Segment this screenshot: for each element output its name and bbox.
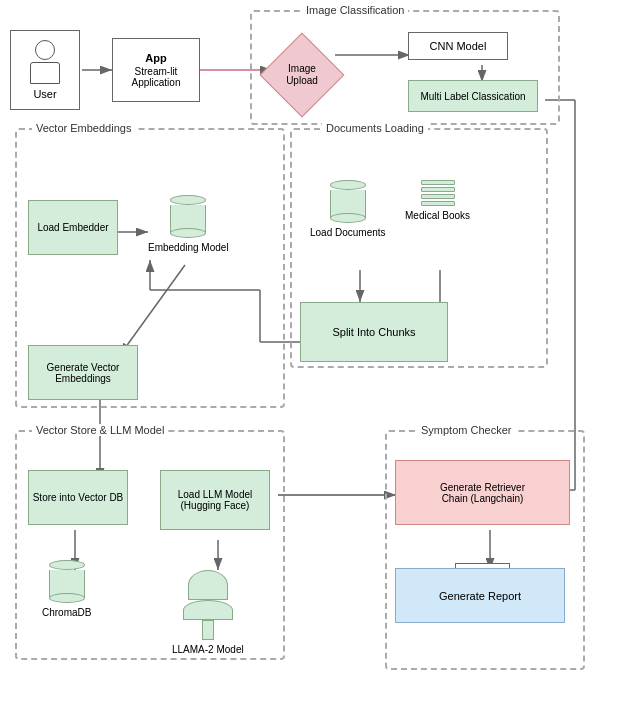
llama2-label: LLAMA-2 Model [172, 644, 244, 655]
user-box: User [10, 30, 80, 110]
load-embedder-box: Load Embedder [28, 200, 118, 255]
generate-retriever-box: Generate Retriever Chain (Langchain) [395, 460, 570, 525]
generate-vector-label: Generate Vector Embeddings [29, 362, 137, 384]
documents-loading-label: Documents Loading [322, 122, 428, 134]
medical-books-group: Medical Books [405, 180, 470, 221]
vector-store-container: Vector Store & LLM Model [15, 430, 285, 660]
app-subtitle: Stream-lit Application [132, 66, 181, 88]
chromadb-cylinder [49, 560, 85, 603]
cnn-model-box: CNN Model [408, 32, 508, 60]
image-upload-wrap: Image Upload [267, 40, 337, 110]
app-box: App Stream-lit Application [112, 38, 200, 102]
image-classification-label: Image Classification [302, 4, 408, 16]
multi-label-box: Multi Label Classication [408, 80, 538, 112]
split-chunks-label: Split Into Chunks [332, 326, 415, 338]
store-vector-box: Store into Vector DB [28, 470, 128, 525]
generate-report-label: Generate Report [439, 590, 521, 602]
vector-store-label: Vector Store & LLM Model [32, 424, 168, 436]
user-label: User [33, 88, 56, 100]
diagram: User App Stream-lit Application Image Cl… [0, 0, 621, 701]
multi-label-label: Multi Label Classication [420, 91, 525, 102]
load-documents-cylinder [330, 180, 366, 223]
chromadb-label: ChromaDB [42, 607, 91, 618]
app-title: App [145, 52, 166, 64]
medical-books-icon [421, 180, 455, 206]
split-chunks-box: Split Into Chunks [300, 302, 448, 362]
generate-report-box: Generate Report [395, 568, 565, 623]
medical-books-label: Medical Books [405, 210, 470, 221]
store-vector-label: Store into Vector DB [33, 492, 124, 503]
load-documents-label: Load Documents [310, 227, 386, 238]
embedding-model-label: Embedding Model [148, 242, 229, 253]
load-llm-label: Load LLM Model (Hugging Face) [178, 489, 253, 511]
user-icon [30, 40, 60, 84]
embedding-model-group: Embedding Model [148, 195, 229, 253]
cnn-model-label: CNN Model [430, 40, 487, 52]
image-upload-label: Image Upload [286, 63, 318, 87]
llama2-group: LLAMA-2 Model [172, 570, 244, 655]
generate-vector-box: Generate Vector Embeddings [28, 345, 138, 400]
embedding-model-cylinder [170, 195, 206, 238]
load-embedder-label: Load Embedder [37, 222, 108, 233]
load-documents-group: Load Documents [310, 180, 386, 238]
generate-retriever-label: Generate Retriever Chain (Langchain) [440, 482, 525, 504]
chromadb-group: ChromaDB [42, 560, 91, 618]
symptom-checker-label: Symptom Checker [417, 424, 515, 436]
llama2-icon [183, 570, 233, 640]
vector-embeddings-label: Vector Embeddings [32, 122, 135, 134]
load-llm-box: Load LLM Model (Hugging Face) [160, 470, 270, 530]
